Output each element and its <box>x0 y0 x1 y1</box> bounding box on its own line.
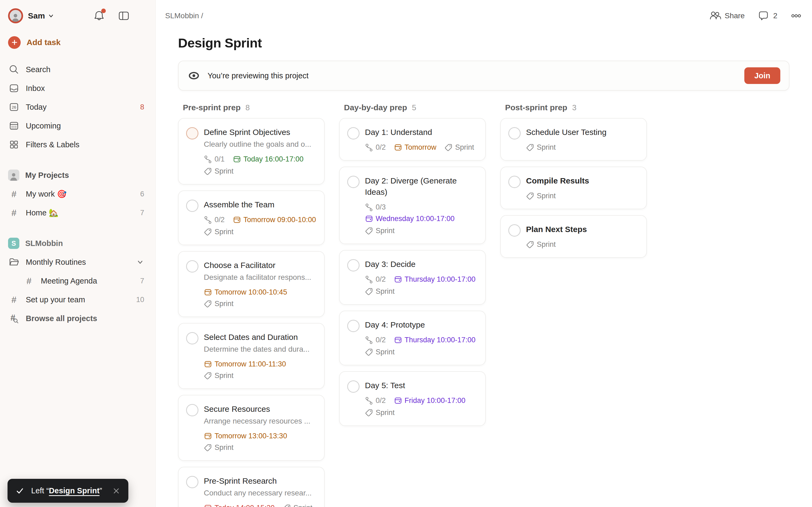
label-chip[interactable]: Sprint <box>204 443 234 452</box>
workspace-name: SLMobbin <box>25 239 63 248</box>
sidebar-item-search[interactable]: Search <box>0 60 155 79</box>
task-checkbox[interactable] <box>347 380 360 393</box>
notifications-bell-icon[interactable] <box>93 10 105 22</box>
task-checkbox[interactable] <box>186 404 198 416</box>
task-card-body: Secure ResourcesArrange necessary resour… <box>204 403 316 452</box>
task-checkbox[interactable] <box>347 320 360 332</box>
label-chip[interactable]: Sprint <box>526 240 556 249</box>
task-card-body: Schedule User TestingSprint <box>526 127 638 152</box>
task-meta: 0/3Wednesday 10:00-17:00Sprint <box>365 203 477 235</box>
close-icon[interactable] <box>112 487 120 495</box>
task-checkbox[interactable] <box>186 332 198 344</box>
sidebar-item-meeting-agenda[interactable]: # Meeting Agenda 7 <box>0 272 155 290</box>
task-checkbox[interactable] <box>186 200 198 212</box>
calendar-text: Tomorrow 10:00-10:45 <box>214 288 287 296</box>
label-chip[interactable]: Sprint <box>444 143 474 152</box>
calendar-chip: Wednesday 10:00-17:00 <box>365 215 455 223</box>
task-checkbox[interactable] <box>508 176 521 188</box>
breadcrumb[interactable]: SLMobbin / <box>165 11 203 20</box>
calendar-icon <box>394 336 402 344</box>
task-card[interactable]: Day 1: Understand0/2TomorrowSprint <box>339 118 486 161</box>
svg-text:26: 26 <box>12 105 16 109</box>
sidebar-item-monthly-routines[interactable]: Monthly Routines <box>0 253 155 272</box>
people-icon <box>709 10 721 22</box>
calendar-text: Thursday 10:00-17:00 <box>405 336 475 344</box>
user-name[interactable]: Sam <box>28 11 45 20</box>
task-card[interactable]: Choose a FacilitatorDesignate a facilita… <box>178 251 325 317</box>
sidebar-item-today[interactable]: 26 Today 8 <box>0 98 155 116</box>
my-projects-header[interactable]: My Projects <box>0 166 155 184</box>
task-meta-row: Sprint <box>365 227 477 235</box>
task-card[interactable]: Day 3: Decide0/2Thursday 10:00-17:00Spri… <box>339 250 486 305</box>
task-card[interactable]: Define Sprint ObjectivesClearly outline … <box>178 118 325 184</box>
task-card[interactable]: Schedule User TestingSprint <box>500 118 647 161</box>
avatar[interactable] <box>8 8 23 23</box>
set-up-team-count: 10 <box>136 296 144 304</box>
task-meta: 0/2Tomorrow 09:00-10:00Sprint <box>204 216 316 236</box>
label-chip[interactable]: Sprint <box>365 408 395 417</box>
label-chip[interactable]: Sprint <box>204 167 234 175</box>
label-chip[interactable]: Sprint <box>526 192 556 200</box>
calendar-text: Tomorrow 13:00-13:30 <box>214 432 287 440</box>
task-meta: 0/2Thursday 10:00-17:00Sprint <box>365 336 477 356</box>
task-card-body: Pre-Sprint ResearchConduct any necessary… <box>204 475 316 507</box>
workspace-header-slmobbin[interactable]: S SLMobbin <box>0 234 155 253</box>
task-card[interactable]: Day 5: Test0/2Friday 10:00-17:00Sprint <box>339 371 486 426</box>
topbar: SLMobbin / Share 2 <box>156 0 812 32</box>
label-chip[interactable]: Sprint <box>365 348 395 356</box>
project-content: Design Sprint You’re previewing this pro… <box>156 32 812 507</box>
task-checkbox[interactable] <box>347 127 360 139</box>
task-card[interactable]: Pre-Sprint ResearchConduct any necessary… <box>178 467 325 507</box>
task-checkbox[interactable] <box>508 127 521 139</box>
task-card[interactable]: Compile ResultsSprint <box>500 167 647 209</box>
join-button[interactable]: Join <box>744 67 780 84</box>
label-chip[interactable]: Sprint <box>283 504 313 507</box>
task-card[interactable]: Select Dates and DurationDetermine the d… <box>178 323 325 389</box>
subtasks-text: 0/3 <box>376 203 386 211</box>
subtasks-chip: 0/2 <box>204 216 225 224</box>
task-meta-row: 0/2Thursday 10:00-17:00 <box>365 275 477 284</box>
label-chip[interactable]: Sprint <box>526 143 556 152</box>
sidebar-item-inbox[interactable]: Inbox <box>0 79 155 98</box>
label-text: Sprint <box>214 228 234 236</box>
column-count: 3 <box>572 103 576 112</box>
more-menu-button[interactable] <box>790 10 802 22</box>
sidebar-item-my-work[interactable]: # My work 🎯 6 <box>0 184 155 203</box>
sidebar-toggle-icon[interactable] <box>118 10 130 22</box>
task-card[interactable]: Plan Next StepsSprint <box>500 215 647 258</box>
label-chip[interactable]: Sprint <box>204 228 234 236</box>
task-card[interactable]: Assemble the Team0/2Tomorrow 09:00-10:00… <box>178 190 325 245</box>
add-task-button[interactable]: Add task <box>0 32 155 53</box>
task-checkbox[interactable] <box>186 127 198 139</box>
task-checkbox[interactable] <box>186 476 198 488</box>
task-card-body: Choose a FacilitatorDesignate a facilita… <box>204 260 316 308</box>
label-chip[interactable]: Sprint <box>204 300 234 308</box>
label-chip[interactable]: Sprint <box>365 287 395 296</box>
task-checkbox[interactable] <box>186 260 198 273</box>
label-chip[interactable]: Sprint <box>204 372 234 380</box>
task-checkbox[interactable] <box>508 224 521 237</box>
task-card[interactable]: Secure ResourcesArrange necessary resour… <box>178 395 325 461</box>
label-chip[interactable]: Sprint <box>365 227 395 235</box>
calendar-chip: Tomorrow 10:00-10:45 <box>204 288 287 296</box>
task-card[interactable]: Day 2: Diverge (Generate Ideas)0/3Wednes… <box>339 167 486 244</box>
person-icon <box>11 12 20 22</box>
sidebar-item-set-up-team[interactable]: # Set up your team 10 <box>0 290 155 309</box>
set-up-team-label: Set up your team <box>26 295 85 304</box>
comments-button[interactable]: 2 <box>758 10 777 22</box>
task-checkbox[interactable] <box>347 259 360 272</box>
task-checkbox[interactable] <box>347 176 360 188</box>
sidebar-item-browse-all-projects[interactable]: # Browse all projects <box>0 309 155 328</box>
sidebar-item-upcoming[interactable]: Upcoming <box>0 116 155 135</box>
sidebar-item-home[interactable]: # Home 🏡 7 <box>0 203 155 222</box>
sidebar-item-filters-labels[interactable]: Filters & Labels <box>0 135 155 154</box>
task-description: Conduct any necessary resear... <box>204 488 316 498</box>
folder-icon <box>8 256 20 268</box>
chevron-down-icon[interactable] <box>136 258 144 266</box>
task-title: Select Dates and Duration <box>204 332 316 343</box>
label-icon <box>204 300 212 308</box>
share-button[interactable]: Share <box>709 10 745 22</box>
task-card[interactable]: Day 4: Prototype0/2Thursday 10:00-17:00S… <box>339 311 486 365</box>
ellipsis-icon <box>790 10 802 22</box>
toast-project-link[interactable]: Design Sprint <box>49 486 100 495</box>
